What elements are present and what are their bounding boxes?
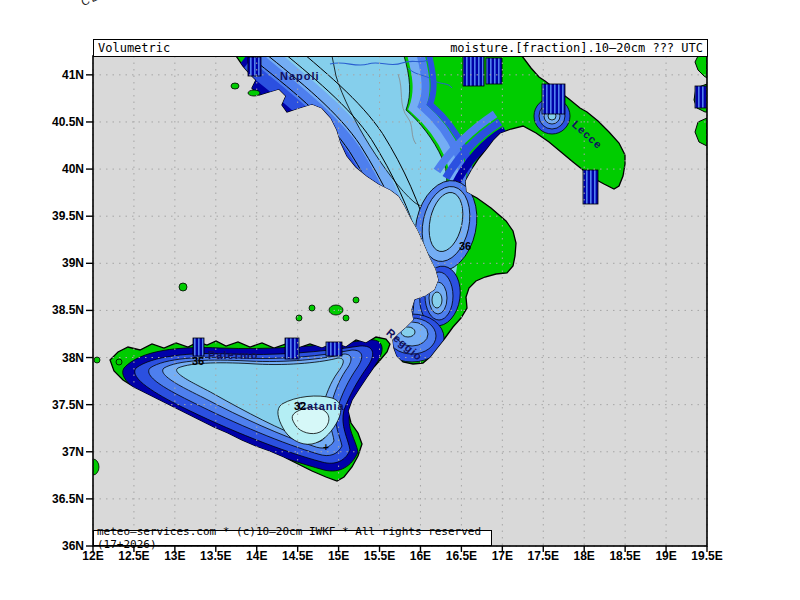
lon-axis-label: 17.5E — [521, 549, 565, 563]
lat-axis-label: 38N — [38, 351, 84, 365]
lat-axis-label: 39.5N — [38, 209, 84, 223]
lon-axis-label: 19.5E — [685, 549, 729, 563]
title-right: moisture.[fraction].10–20cm ??? UTC — [450, 41, 703, 55]
lat-axis-label: 37.5N — [38, 398, 84, 412]
footer-text: meteo–services.com * (c)10–20cm IWKF * A… — [97, 525, 488, 551]
lon-axis-label: 19E — [644, 549, 688, 563]
map-canvas — [0, 0, 800, 600]
title-left: Volumetric — [98, 41, 170, 55]
lon-axis-label: 18E — [562, 549, 606, 563]
city-label-palermo: Palermo — [208, 349, 258, 361]
lat-axis-label: 40.5N — [38, 115, 84, 129]
footer-credit-bar: meteo–services.com * (c)10–20cm IWKF * A… — [93, 530, 492, 546]
lon-axis-label: 18.5E — [603, 549, 647, 563]
lon-axis-label: 16E — [398, 549, 442, 563]
lon-axis-label: 16.5E — [439, 549, 483, 563]
lat-axis-label: 41N — [38, 68, 84, 82]
lon-axis-label: 12E — [71, 549, 115, 563]
contour-value-label: 32 — [294, 400, 306, 412]
weather-map-screenshot: CETA – m Volumetric moisture.[fraction].… — [0, 0, 800, 600]
lat-axis-label: 36.5N — [38, 492, 84, 506]
lat-axis-label: 40N — [38, 162, 84, 176]
contour-value-label: 36 — [459, 240, 471, 252]
city-label-napoli: Napoli — [280, 70, 320, 82]
lon-axis-label: 15.5E — [358, 549, 402, 563]
lon-axis-label: 13.5E — [194, 549, 238, 563]
lat-axis-label: 37N — [38, 445, 84, 459]
lon-axis-label: 15E — [317, 549, 361, 563]
contour-value-label: 36 — [192, 355, 204, 367]
lat-axis-label: 38.5N — [38, 303, 84, 317]
lon-axis-label: 12.5E — [112, 549, 156, 563]
point-marker: + — [323, 442, 329, 453]
lat-axis-label: 39N — [38, 256, 84, 270]
lon-axis-label: 13E — [153, 549, 197, 563]
title-bar: Volumetric moisture.[fraction].10–20cm ?… — [93, 39, 708, 57]
lon-axis-label: 17E — [480, 549, 524, 563]
lon-axis-label: 14.5E — [276, 549, 320, 563]
lon-axis-label: 14E — [235, 549, 279, 563]
